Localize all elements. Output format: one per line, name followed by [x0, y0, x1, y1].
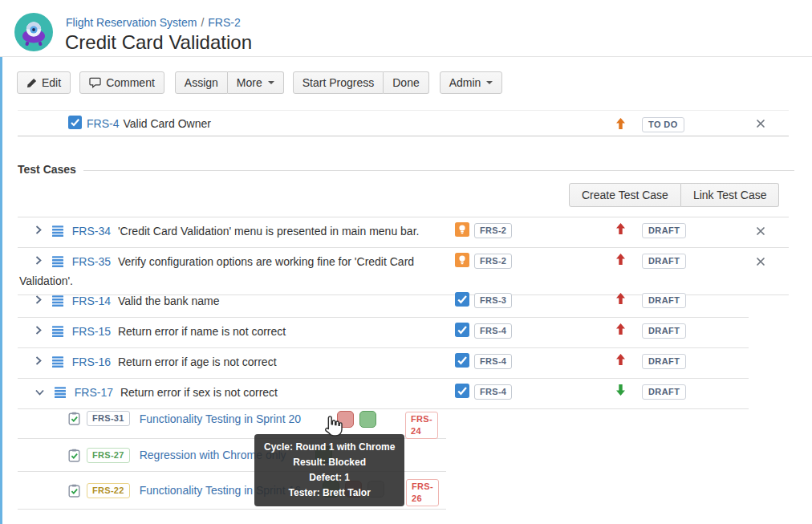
edit-button-label: Edit: [42, 76, 61, 89]
tested-issue-badge[interactable]: FRS-4: [474, 323, 512, 339]
edit-button[interactable]: Edit: [17, 71, 71, 94]
chevron-right-icon[interactable]: [35, 353, 42, 370]
create-test-case-button[interactable]: Create Test Case: [569, 183, 681, 207]
execution-key-badge[interactable]: FRS-31: [87, 411, 130, 426]
done-button-label: Done: [392, 76, 419, 89]
breadcrumb-project-link[interactable]: Flight Reservation System: [66, 16, 197, 29]
linked-issue-key-link[interactable]: FRS-4: [87, 117, 119, 130]
link-test-case-button[interactable]: Link Test Case: [681, 183, 780, 207]
execution-clipboard-icon: [68, 449, 80, 462]
priority-up-icon: [612, 292, 628, 305]
status-badge: DRAFT: [642, 384, 686, 400]
tooltip-defect-line: Defect: 1: [264, 470, 395, 485]
priority-down-icon: [612, 384, 628, 396]
test-case-key-link[interactable]: FRS-34: [72, 225, 111, 238]
chevron-right-icon[interactable]: [35, 253, 42, 270]
issue-type-check-icon: [455, 384, 469, 403]
chevron-down-icon: [268, 81, 274, 84]
chevron-right-icon[interactable]: [35, 222, 42, 239]
test-case-key-link[interactable]: FRS-35: [72, 255, 111, 268]
test-case-key-link[interactable]: FRS-16: [72, 355, 111, 368]
test-case-row: FRS-15 Return error if name is not corre…: [18, 318, 749, 348]
status-badge: DRAFT: [642, 254, 686, 269]
test-case-icon: [51, 294, 64, 312]
priority-up-icon: [612, 253, 628, 266]
status-badge: DRAFT: [642, 354, 686, 369]
chevron-right-icon[interactable]: [35, 292, 42, 309]
tested-issue-badge[interactable]: FRS-2: [474, 254, 512, 269]
execution-title-link[interactable]: Functionality Testing in Sprint 20: [140, 412, 301, 425]
tested-issue-badge[interactable]: FRS-4: [474, 384, 512, 400]
execution-status-pass-square[interactable]: [359, 411, 376, 428]
issue-type-check-icon: [455, 353, 469, 372]
section-divider: [83, 170, 794, 171]
breadcrumb-separator: /: [201, 16, 204, 29]
tooltip-tester-line: Tester: Brett Talor: [264, 485, 395, 501]
more-button-label: More: [237, 76, 262, 89]
pencil-icon: [26, 78, 37, 88]
test-cases-section-header: Test Cases: [18, 163, 794, 176]
remove-link-icon[interactable]: [756, 224, 765, 241]
comment-button[interactable]: Comment: [79, 71, 164, 94]
execution-clipboard-icon: [68, 412, 80, 425]
execution-key-badge[interactable]: FRS-22: [87, 483, 130, 498]
tested-issue-badge[interactable]: FRS-3: [474, 293, 512, 308]
issue-type-check-icon: [455, 292, 469, 311]
comment-button-label: Comment: [106, 76, 155, 89]
test-case-icon: [51, 225, 64, 242]
status-badge: TO DO: [642, 117, 684, 132]
test-case-key-link[interactable]: FRS-14: [72, 294, 111, 307]
link-test-case-label: Link Test Case: [693, 189, 767, 201]
status-badge: DRAFT: [642, 293, 686, 308]
priority-up-icon: [612, 353, 628, 366]
remove-link-icon[interactable]: [756, 118, 765, 131]
test-case-table-a: FRS-34 'Credit Card Validation' menu is …: [18, 217, 789, 295]
priority-up-icon: [612, 117, 628, 130]
defect-badge[interactable]: FRS-24: [405, 412, 438, 439]
breadcrumb-issue-link[interactable]: FRS-2: [208, 16, 240, 29]
chevron-right-icon[interactable]: [35, 323, 42, 339]
test-case-row: FRS-14 Valid the bank name FRS-3 DRAFT: [18, 287, 749, 318]
test-case-actions: Create Test Case Link Test Case: [569, 183, 779, 207]
story-bulb-icon: [455, 253, 469, 272]
execution-tooltip: Cycle: Round 1 with Chrome Result: Block…: [254, 434, 404, 506]
tested-issue-badge[interactable]: FRS-4: [474, 354, 512, 369]
status-badge: DRAFT: [642, 223, 686, 238]
test-case-row: FRS-34 'Credit Card Validation' menu is …: [18, 217, 789, 248]
hand-cursor: [322, 414, 343, 441]
assign-button-label: Assign: [185, 76, 218, 89]
remove-link-icon[interactable]: [756, 254, 765, 271]
story-bulb-icon: [455, 222, 469, 242]
tested-issue-badge[interactable]: FRS-2: [474, 223, 512, 238]
chevron-down-icon: [486, 81, 493, 84]
defect-badge[interactable]: FRS-26: [406, 479, 439, 506]
chevron-down-icon[interactable]: [35, 384, 44, 400]
test-case-table-b: FRS-14 Valid the bank name FRS-3 DRAFT F…: [18, 287, 749, 409]
priority-up-icon: [612, 323, 628, 335]
test-case-icon: [51, 355, 64, 373]
linked-issue-summary: Valid Card Owner: [123, 117, 210, 130]
test-case-icon: [51, 325, 64, 343]
page-left-accent-strip: [0, 0, 2, 524]
execution-key-badge[interactable]: FRS-27: [87, 448, 130, 463]
test-case-summary: Return error if sex is not correct: [120, 386, 278, 399]
linked-issue-row: FRS-4 Valid Card Owner TO DO: [18, 110, 789, 136]
issue-header: Flight Reservation System/FRS-2 Credit C…: [0, 0, 812, 57]
test-case-key-link[interactable]: FRS-17: [75, 386, 113, 399]
test-case-summary: Return error if name is not correct: [118, 325, 286, 338]
tooltip-result-line: Result: Blocked: [264, 455, 395, 470]
issue-type-check-icon: [68, 116, 82, 132]
assign-button[interactable]: Assign: [175, 71, 228, 94]
issue-type-check-icon: [455, 323, 469, 342]
more-dropdown-button[interactable]: More: [228, 71, 284, 94]
admin-dropdown-button[interactable]: Admin: [440, 71, 503, 94]
done-button[interactable]: Done: [384, 71, 428, 94]
action-toolbar: Edit Comment Assign More Start Progress …: [17, 71, 502, 94]
priority-up-icon: [612, 222, 628, 235]
page-title: Credit Card Validation: [65, 33, 252, 52]
tooltip-cycle-line: Cycle: Round 1 with Chrome: [264, 440, 395, 455]
status-badge: DRAFT: [642, 323, 686, 339]
start-progress-button[interactable]: Start Progress: [293, 71, 384, 94]
project-avatar: [14, 13, 53, 51]
test-case-key-link[interactable]: FRS-15: [72, 325, 111, 338]
